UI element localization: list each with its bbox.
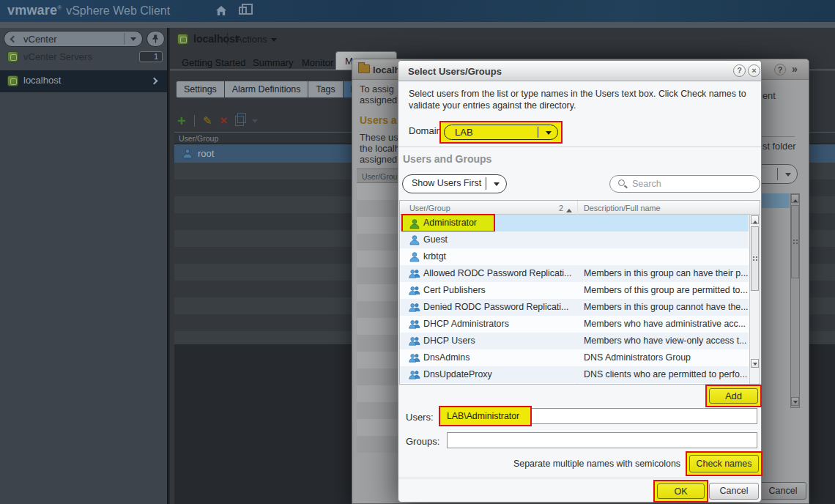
delete-x-icon[interactable]: × [220,115,227,127]
annotation-users-value: LAB\Administrator [439,406,532,426]
group-icon [409,319,420,330]
vsphere-web-client-screen: vmware®vSphere Web Client vCenter vCente… [0,0,835,504]
subtab-tags[interactable]: Tags [308,81,343,98]
groups-label: Groups: [406,436,439,447]
cancel-button[interactable]: Cancel [709,483,759,500]
group-icon [409,336,420,346]
popout-icon[interactable]: » [792,63,798,75]
filter-dropdown[interactable]: Show Users First [402,174,507,193]
dialog-instructions: Select users from the list or type names… [409,88,757,111]
annotation-domain: LAB [439,121,563,144]
tab-monitor[interactable]: Monitor [302,57,333,68]
back-chevron-icon [10,36,18,43]
subtab-settings[interactable]: Settings [176,81,225,98]
bg-scrollbar[interactable] [790,193,800,408]
sidebar-item-localhost[interactable]: localhost [0,70,167,92]
sort-count: 2 [559,204,563,212]
scrollbar-thumb[interactable] [791,205,799,278]
add-button[interactable]: Add [709,388,758,404]
bg-section-title: Users a [360,114,397,126]
search-icon [618,179,625,186]
folder-icon [358,64,370,73]
localhost-entity-icon [177,34,188,45]
table-row-dnsupdateproxy[interactable]: DnsUpdateProxy DNS clients who are permi… [400,366,749,383]
permissions-toolbar: + ✎ × [177,113,258,129]
table-row-dhcp-users[interactable]: DHCP Users Members who have view-only ac… [400,333,749,349]
sidebar-item-vcenter-servers[interactable]: vCenter Servers 1 [0,48,167,67]
group-icon [409,369,420,380]
annotation-add: Add [705,385,762,407]
table-row-dhcp-administrators[interactable]: DHCP Administrators Members who have adm… [400,316,749,333]
table-header[interactable]: User/Group 2 Description/Full name [400,201,760,215]
chevron-down-icon [494,182,500,189]
edit-pencil-icon[interactable]: ✎ [203,114,212,127]
tab-summary[interactable]: Summary [253,57,294,68]
close-icon[interactable]: × [748,64,760,77]
tab-getting-started[interactable]: Getting Started [182,57,245,68]
table-row-krbtgt[interactable]: krbtgt [400,248,749,265]
groups-input[interactable] [447,432,757,448]
domain-dropdown[interactable]: LAB [444,125,558,140]
table-row-dnsadmins[interactable]: DnsAdmins DNS Administrators Group [400,349,749,366]
scrollbar-thumb[interactable] [751,226,759,291]
vmware-logo: vmware®vSphere Web Client [7,3,170,18]
search-box [609,175,760,193]
pin-icon [152,34,160,44]
navigator-selector[interactable]: vCenter [4,31,143,47]
bg-paragraph-fragment: assigned [360,94,397,105]
chevron-down-icon [546,131,552,138]
bg-body-fragment: the localh [360,143,400,154]
group-icon [409,268,420,279]
sort-asc-icon [566,206,572,212]
vcenter-icon [7,75,18,86]
users-groups-section-title: Users and Groups [403,153,491,165]
dialog-title-bar: Select Users/Groups ? × [398,61,761,81]
toolbar-strip [0,22,835,28]
entity-title: localhost [193,33,238,45]
search-input[interactable] [632,177,749,190]
actions-menu[interactable]: Actions [236,34,267,45]
add-permission-icon[interactable]: + [177,114,186,127]
bg-right-fragment: st folder [762,141,796,152]
product-title: vSphere Web Client [66,4,170,17]
export-copy-icon[interactable] [235,116,244,126]
bg-cancel-button[interactable]: Cancel [760,482,806,500]
select-users-groups-dialog: Select Users/Groups ? × Select users fro… [398,60,762,503]
bg-body-fragment: assigned [360,154,397,165]
chevron-down-icon[interactable] [252,119,258,126]
chevron-down-icon [785,173,791,179]
annotation-check-names: Check names [686,451,762,476]
table-row-guest[interactable]: Guest [400,231,749,248]
count-badge: 1 [139,51,163,62]
subtab-alarm-definitions[interactable]: Alarm Definitions [224,81,309,98]
users-label: Users: [406,412,434,423]
help-icon[interactable]: ? [733,64,746,77]
annotation-administrator: Administrator [401,214,495,232]
table-row-administrator[interactable]: Administrator [400,215,749,231]
table-row-denied-rodc[interactable]: Denied RODC Password Replicati... Member… [400,299,749,316]
navigator-selector-label: vCenter [23,34,57,45]
user-icon [409,251,420,262]
home-icon[interactable] [215,5,227,16]
annotation-ok: OK [653,480,708,503]
navigator-sidebar: vCenter vCenter Servers 1 localhost [0,28,168,504]
help-icon[interactable]: ? [774,64,786,75]
chevron-right-icon [151,78,158,85]
chevron-down-icon [271,38,277,45]
semicolon-note: Separate multiple names with semicolons [461,459,680,469]
table-scrollbar[interactable] [749,215,760,384]
check-names-button[interactable]: Check names [689,455,759,472]
user-icon [182,148,193,159]
vcenter-icon [7,51,18,62]
chevron-down-icon [130,37,136,44]
app-switcher-icon[interactable] [239,7,247,15]
dialog-title: Select Users/Groups [408,66,502,77]
group-icon [409,352,420,363]
pin-button[interactable] [146,31,165,47]
ok-button[interactable]: OK [657,483,705,499]
bg-right-fragment: ent [762,90,776,101]
group-icon [409,302,420,313]
table-row-cert-publishers[interactable]: Cert Publishers Members of this group ar… [400,282,749,299]
table-row-allowed-rodc[interactable]: Allowed RODC Password Replicati... Membe… [400,265,749,282]
user-icon [409,218,420,229]
